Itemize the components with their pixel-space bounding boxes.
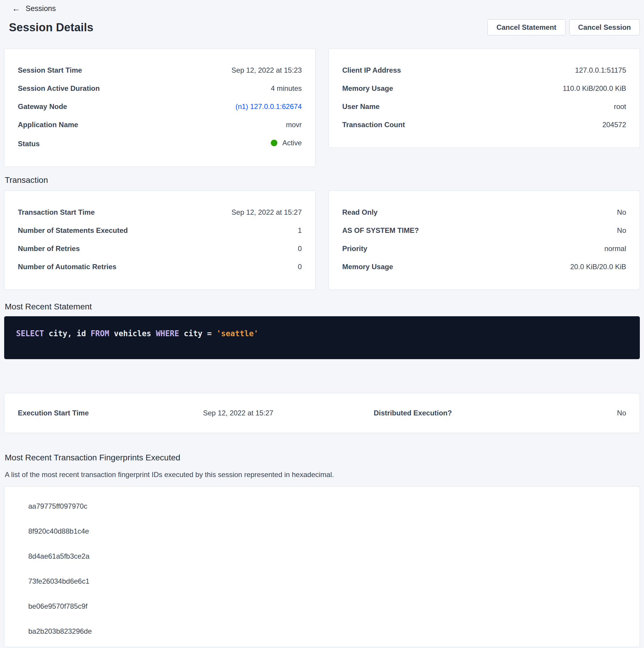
- table-row: Number of Retries 0: [18, 245, 302, 252]
- breadcrumb[interactable]: ← Sessions: [12, 0, 56, 13]
- fingerprints-section-heading: Most Recent Transaction Fingerprints Exe…: [5, 453, 640, 463]
- row-label: Read Only: [342, 209, 378, 216]
- row-label: Client IP Address: [342, 67, 401, 74]
- sql-string-literal: 'seattle': [216, 329, 258, 338]
- table-row: Priority normal: [342, 245, 626, 252]
- transaction-summary-row: Transaction Start Time Sep 12, 2022 at 1…: [4, 191, 640, 290]
- row-value: 20.0 KiB/20.0 KiB: [570, 263, 626, 270]
- transaction-properties-card: Read Only No AS OF SYSTEM TIME? No Prior…: [329, 191, 640, 290]
- list-item: ba2b203b823296de: [28, 619, 626, 644]
- row-value: 204572: [602, 121, 626, 128]
- row-value: 127.0.0.1:51175: [575, 67, 626, 74]
- session-info-card: Session Start Time Sep 12, 2022 at 15:23…: [4, 49, 315, 167]
- row-label: Number of Statements Executed: [18, 227, 128, 234]
- session-summary-row: Session Start Time Sep 12, 2022 at 15:23…: [4, 49, 640, 167]
- transaction-info-card: Transaction Start Time Sep 12, 2022 at 1…: [4, 191, 315, 290]
- row-value: 0: [298, 245, 302, 252]
- execution-start-time-item: Execution Start Time Sep 12, 2022 at 15:…: [18, 410, 273, 417]
- row-value: Sep 12, 2022 at 15:27: [232, 209, 302, 216]
- statement-section-heading: Most Recent Statement: [5, 302, 640, 312]
- table-row: Transaction Count 204572: [342, 121, 626, 128]
- list-item: 8d4ae61a5fb3ce2a: [28, 544, 626, 569]
- fingerprints-card: aa79775ff097970c 8f920c40d88b1c4e 8d4ae6…: [4, 486, 640, 647]
- page-title: Session Details: [9, 21, 94, 34]
- cancel-statement-button[interactable]: Cancel Statement: [487, 19, 565, 36]
- row-label: User Name: [342, 103, 379, 110]
- table-row: Number of Statements Executed 1: [18, 227, 302, 234]
- row-label: Gateway Node: [18, 103, 67, 110]
- list-item: be06e9570f785c9f: [28, 594, 626, 619]
- table-row: Session Start Time Sep 12, 2022 at 15:23: [18, 67, 302, 74]
- status-active-dot-icon: [271, 140, 277, 146]
- session-details-page: ← Sessions Session Details Cancel Statem…: [0, 0, 644, 648]
- transaction-section-heading: Transaction: [5, 175, 640, 185]
- row-label: Transaction Count: [342, 121, 405, 128]
- row-label: Number of Retries: [18, 245, 80, 252]
- table-row: Number of Automatic Retries 0: [18, 263, 302, 270]
- row-label: Memory Usage: [342, 263, 393, 270]
- page-header: Session Details Cancel Statement Cancel …: [9, 19, 640, 36]
- row-label: Session Active Duration: [18, 85, 100, 92]
- table-row: Application Name movr: [18, 121, 302, 128]
- row-label: Memory Usage: [342, 85, 393, 92]
- breadcrumb-label: Sessions: [25, 4, 56, 13]
- row-value: Sep 12, 2022 at 15:27: [203, 410, 273, 417]
- sql-text: vehicles: [109, 329, 156, 338]
- list-item: aa79775ff097970c: [28, 494, 626, 519]
- row-label: Execution Start Time: [18, 410, 89, 417]
- row-label: Priority: [342, 245, 367, 252]
- sql-keyword: WHERE: [156, 329, 179, 338]
- client-info-card: Client IP Address 127.0.0.1:51175 Memory…: [329, 49, 640, 148]
- row-value: 4 minutes: [271, 85, 302, 92]
- cancel-session-button[interactable]: Cancel Session: [569, 19, 640, 36]
- sql-keyword: FROM: [91, 329, 109, 338]
- list-item: 8f920c40d88b1c4e: [28, 519, 626, 544]
- row-label: Number of Automatic Retries: [18, 263, 116, 270]
- table-row: AS OF SYSTEM TIME? No: [342, 227, 626, 234]
- list-item: 73fe26034bd6e6c1: [28, 569, 626, 594]
- table-row: Memory Usage 20.0 KiB/20.0 KiB: [342, 263, 626, 270]
- row-value: normal: [604, 245, 626, 252]
- table-row: Gateway Node (n1) 127.0.0.1:62674: [18, 103, 302, 110]
- row-value: No: [617, 209, 626, 216]
- sql-keyword: SELECT: [16, 329, 44, 338]
- sql-text: city =: [179, 329, 216, 338]
- table-row: Status Active: [18, 140, 302, 147]
- table-row: Transaction Start Time Sep 12, 2022 at 1…: [18, 209, 302, 216]
- fingerprints-description: A list of the most recent transaction fi…: [5, 471, 640, 479]
- sql-text: city, id: [44, 329, 91, 338]
- status-badge: Active: [271, 140, 302, 147]
- table-row: Client IP Address 127.0.0.1:51175: [342, 67, 626, 74]
- header-actions: Cancel Statement Cancel Session: [487, 19, 640, 36]
- back-arrow-icon: ←: [12, 4, 20, 13]
- row-label: Status: [18, 140, 40, 147]
- sql-statement-box: SELECT city, id FROM vehicles WHERE city…: [4, 316, 640, 359]
- row-value: 0: [298, 263, 302, 270]
- row-value: movr: [286, 121, 302, 128]
- row-label: Transaction Start Time: [18, 209, 95, 216]
- status-label: Active: [282, 140, 302, 147]
- row-label: Distributed Execution?: [374, 410, 452, 417]
- table-row: Memory Usage 110.0 KiB/200.0 KiB: [342, 85, 626, 92]
- row-label: Session Start Time: [18, 67, 82, 74]
- row-value: No: [617, 227, 626, 234]
- row-value: root: [614, 103, 626, 110]
- row-value: 110.0 KiB/200.0 KiB: [563, 85, 626, 92]
- row-label: Application Name: [18, 121, 78, 128]
- gateway-node-link[interactable]: (n1) 127.0.0.1:62674: [235, 103, 302, 110]
- table-row: Read Only No: [342, 209, 626, 216]
- row-value: No: [617, 410, 626, 417]
- table-row: User Name root: [342, 103, 626, 110]
- row-value: Sep 12, 2022 at 15:23: [232, 67, 302, 74]
- row-value: 1: [298, 227, 302, 234]
- execution-info-card: Execution Start Time Sep 12, 2022 at 15:…: [4, 393, 640, 433]
- table-row: Session Active Duration 4 minutes: [18, 85, 302, 92]
- distributed-execution-item: Distributed Execution? No: [374, 410, 626, 417]
- row-label: AS OF SYSTEM TIME?: [342, 227, 419, 234]
